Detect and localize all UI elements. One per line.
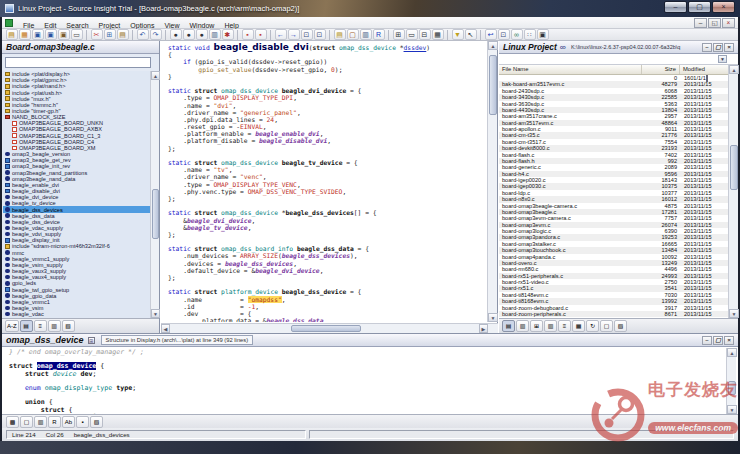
mdi-minimize-button[interactable]: – — [694, 18, 707, 28]
file-lock-button[interactable]: ▪ — [76, 416, 89, 428]
find-previous-icon[interactable]: ● — [196, 29, 208, 40]
editor-code[interactable]: static void beagle_disable_dvi(struct om… — [161, 41, 487, 322]
browse-book-button[interactable]: ▥ — [48, 320, 61, 332]
synchronize-button[interactable]: ↻ — [586, 320, 599, 332]
sort-alpha-button[interactable]: A-Z — [5, 320, 19, 332]
activity-lock-button[interactable]: ▩ — [6, 416, 19, 428]
editor-vertical-scrollbar[interactable]: ▲ ▼ — [487, 41, 497, 322]
relation-window-icon[interactable]: ∷ — [524, 29, 536, 40]
find-next-icon[interactable]: ● — [183, 29, 195, 40]
project-filter-input[interactable]: ▼ — [499, 54, 738, 65]
table-row[interactable]: board-zoom-peripherals.c86712013/11/15 — [499, 311, 728, 317]
split-window-icon[interactable]: ⊟ — [419, 29, 431, 40]
scroll-up-icon[interactable]: ▲ — [727, 348, 737, 357]
menu-file[interactable]: File — [18, 22, 39, 29]
menu-edit[interactable]: Edit — [39, 22, 61, 29]
context-minimize-button[interactable]: – — [702, 336, 712, 345]
menu-search[interactable]: Search — [61, 22, 93, 29]
paste-icon[interactable]: ▤ — [117, 29, 129, 40]
jump-definition-icon[interactable]: ⊡ — [301, 29, 313, 40]
symbol-window-icon[interactable]: ▤ — [334, 29, 346, 40]
print-icon[interactable]: ▭ — [71, 29, 83, 40]
find-in-files-icon[interactable]: ▥ — [209, 29, 221, 40]
find-icon[interactable]: ● — [170, 29, 182, 40]
highlight-word-icon[interactable]: ▼ — [452, 29, 464, 40]
scroll-down-icon[interactable]: ▼ — [729, 309, 739, 318]
minimize-button[interactable]: – — [664, 1, 687, 13]
scroll-right-icon[interactable]: ▶ — [479, 324, 488, 333]
context-back-icon[interactable]: ↩ — [485, 29, 497, 40]
redo-icon[interactable]: ↷ — [150, 29, 162, 40]
column-size[interactable]: Size — [642, 65, 680, 74]
context-maximize-button[interactable]: ▢ — [713, 336, 723, 345]
go-forward-icon[interactable]: → — [288, 29, 300, 40]
context-scrollbar[interactable]: ▲ ▼ — [726, 348, 736, 414]
column-modified[interactable]: Modified — [680, 65, 728, 74]
save-copy-icon[interactable]: ▣ — [58, 29, 70, 40]
save-all-icon[interactable]: ▣ — [45, 29, 57, 40]
scroll-up-icon[interactable]: ▲ — [488, 41, 498, 50]
browse-project-icon[interactable]: ▥ — [360, 29, 372, 40]
code-editor[interactable]: static void beagle_disable_dvi(struct om… — [161, 41, 498, 333]
undo-icon[interactable]: ↶ — [137, 29, 149, 40]
new-document-button[interactable]: ▢ — [600, 320, 613, 332]
select-mode-icon[interactable]: ↖ — [465, 29, 477, 40]
scroll-up-icon[interactable]: ▲ — [729, 65, 739, 74]
menu-window[interactable]: Window — [185, 22, 220, 29]
scroll-down-icon[interactable]: ▼ — [151, 309, 160, 318]
style-properties-icon[interactable]: R — [373, 29, 385, 40]
new-window-button[interactable]: ▢ — [20, 416, 33, 428]
project-properties-button[interactable]: ▧ — [614, 320, 627, 332]
new-file-icon[interactable]: ▤ — [6, 29, 18, 40]
scroll-down-icon[interactable]: ▼ — [727, 405, 737, 414]
scroll-left-icon[interactable]: ◀ — [161, 324, 170, 333]
browse-book-button[interactable]: ▥ — [544, 320, 557, 332]
bookmark-icon[interactable]: ▪ — [242, 29, 254, 40]
cascade-windows-icon[interactable]: ▦ — [432, 29, 444, 40]
scroll-up-icon[interactable]: ▲ — [151, 71, 160, 80]
one-window-icon[interactable]: ▭ — [406, 29, 418, 40]
close-button[interactable]: × — [712, 1, 735, 13]
maximize-button[interactable]: ▢ — [688, 1, 711, 13]
detail-list-button[interactable]: ≡ — [558, 320, 571, 332]
mdi-close-button[interactable]: × — [722, 18, 735, 28]
save-icon[interactable]: ▣ — [32, 29, 44, 40]
project-maximize-button[interactable]: ▢ — [713, 43, 723, 52]
group-view-button[interactable]: ≡ — [34, 320, 47, 332]
cut-icon[interactable]: ✂ — [91, 29, 103, 40]
open-file-icon[interactable]: ▦ — [19, 29, 31, 40]
tile-two-windows-icon[interactable]: ⊞ — [393, 29, 405, 40]
chevron-down-icon[interactable]: ▼ — [718, 55, 727, 63]
symbol-view-button[interactable]: ▥ — [516, 320, 529, 332]
copy-icon[interactable]: ⊞ — [104, 29, 116, 40]
context-close-button[interactable]: × — [724, 336, 734, 345]
project-scrollbar[interactable]: ▲ ▼ — [728, 65, 738, 318]
symbol-scrollbar[interactable]: ▲ ▼ — [150, 71, 159, 318]
panel-properties-button[interactable]: ▧ — [62, 320, 75, 332]
abc-spelling-button[interactable]: Ab — [62, 416, 75, 428]
file-table-header[interactable]: File Name Size Modified — [499, 65, 728, 75]
editor-horizontal-scrollbar[interactable]: ◀ ▶ — [161, 323, 498, 333]
jump-caller-icon[interactable]: ⊡ — [314, 29, 326, 40]
column-file-name[interactable]: File Name — [499, 65, 642, 74]
menu-view[interactable]: View — [159, 22, 184, 29]
open-project-button[interactable]: ▦ — [572, 320, 585, 332]
menu-project[interactable]: Project — [94, 22, 126, 29]
symbol-item[interactable]: beagle_vdac — [3, 311, 151, 317]
small-icons-button[interactable]: ⊞ — [530, 320, 543, 332]
contents-icon[interactable]: ▢ — [347, 29, 359, 40]
project-close-button[interactable]: × — [724, 43, 734, 52]
menu-options[interactable]: Options — [125, 22, 159, 29]
file-view-button[interactable]: ▤ — [502, 320, 515, 332]
browse-book-button[interactable]: ▥ — [34, 416, 47, 428]
activate-window-icon[interactable]: ▣ — [537, 29, 549, 40]
project-minimize-button[interactable]: – — [702, 43, 712, 52]
options-button[interactable]: ▧ — [90, 416, 103, 428]
replace-icon[interactable]: ✱ — [222, 29, 234, 40]
mdi-restore-button[interactable]: ◱ — [708, 18, 721, 28]
context-window-icon[interactable]: ⊡ — [498, 29, 510, 40]
context-code[interactable]: } /* end omap_overlay_manager */ ; struc… — [2, 347, 738, 415]
symbol-view-button[interactable]: ▤ — [20, 320, 33, 332]
style-r-button[interactable]: R — [48, 416, 61, 428]
go-back-icon[interactable]: ← — [275, 29, 287, 40]
